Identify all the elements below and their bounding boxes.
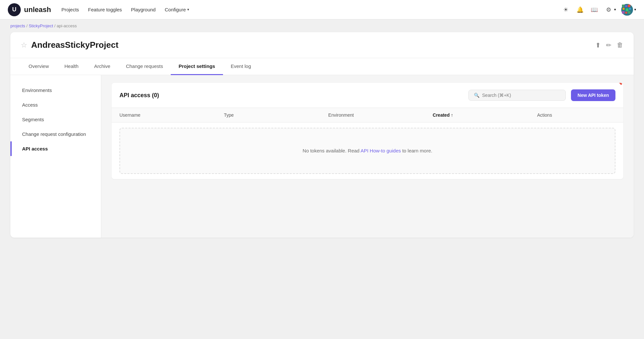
chevron-down-icon: ▾ (634, 7, 636, 12)
avatar (621, 4, 633, 16)
tab-project-settings[interactable]: Project settings (171, 58, 223, 75)
export-icon[interactable]: ⬆ (595, 41, 601, 49)
col-environment[interactable]: Environment (328, 112, 433, 118)
delete-icon[interactable]: 🗑 (617, 41, 623, 49)
svg-rect-2 (625, 5, 627, 7)
top-navigation: U unleash Projects Feature toggles Playg… (0, 0, 644, 20)
chevron-down-icon: ▾ (187, 7, 189, 12)
nav-feature-toggles[interactable]: Feature toggles (88, 7, 122, 12)
project-card: ☆ AndreasStickyProject ⬆ ✏ 🗑 Overview He… (10, 32, 634, 238)
chevron-down-icon: ▾ (614, 7, 616, 12)
red-arrow-indicator (604, 83, 623, 89)
breadcrumb-current: api-access (56, 23, 77, 28)
user-menu[interactable]: ▾ (621, 4, 636, 16)
notifications-icon[interactable]: 🔔 (576, 5, 585, 14)
project-title: AndreasStickyProject (31, 40, 595, 50)
sidebar-item-access[interactable]: Access (10, 98, 101, 112)
settings-icon: ⚙ (604, 5, 613, 14)
svg-rect-8 (625, 12, 627, 14)
main-panel: API access (0) 🔍 New API token (101, 75, 634, 238)
star-icon[interactable]: ☆ (21, 41, 27, 49)
new-api-token-button[interactable]: New API token (571, 89, 615, 101)
api-access-panel: API access (0) 🔍 New API token (112, 83, 623, 179)
content-layout: Environments Access Segments Change requ… (10, 75, 634, 238)
project-header: ☆ AndreasStickyProject ⬆ ✏ 🗑 (10, 32, 634, 58)
settings-menu[interactable]: ⚙ ▾ (604, 5, 616, 14)
app-name: unleash (24, 6, 51, 14)
project-actions: ⬆ ✏ 🗑 (595, 41, 623, 49)
svg-rect-3 (628, 5, 630, 7)
app-logo[interactable]: U unleash (8, 3, 51, 16)
svg-rect-5 (626, 8, 628, 11)
tab-overview[interactable]: Overview (21, 58, 57, 75)
nav-configure[interactable]: Configure ▾ (165, 7, 189, 12)
settings-sidebar: Environments Access Segments Change requ… (10, 75, 101, 238)
tab-change-requests[interactable]: Change requests (118, 58, 171, 75)
svg-rect-4 (623, 8, 625, 10)
api-access-title: API access (0) (119, 92, 463, 99)
sidebar-item-environments[interactable]: Environments (10, 83, 101, 98)
empty-state: No tokens available. Read API How-to gui… (119, 128, 615, 174)
nav-links: Projects Feature toggles Playground Conf… (61, 7, 551, 12)
search-input[interactable] (482, 93, 560, 98)
table-header: Username Type Environment Created ↑ Acti… (112, 108, 623, 123)
tab-event-log[interactable]: Event log (223, 58, 259, 75)
col-created[interactable]: Created ↑ (433, 112, 537, 118)
project-tabs: Overview Health Archive Change requests … (10, 58, 634, 75)
svg-rect-1 (622, 5, 625, 7)
main-container: ☆ AndreasStickyProject ⬆ ✏ 🗑 Overview He… (0, 32, 644, 248)
nav-projects[interactable]: Projects (61, 7, 79, 12)
breadcrumb-projects[interactable]: projects (10, 23, 25, 28)
svg-rect-9 (628, 11, 630, 14)
col-type[interactable]: Type (224, 112, 328, 118)
sidebar-item-segments[interactable]: Segments (10, 112, 101, 127)
tab-health[interactable]: Health (57, 58, 86, 75)
topnav-actions: ☀ 🔔 📖 ⚙ ▾ ▾ (561, 4, 636, 16)
sidebar-item-change-request-config[interactable]: Change request configuration (10, 127, 101, 141)
api-howto-link[interactable]: API How-to guides (361, 148, 401, 153)
sidebar-item-api-access[interactable]: API access (10, 141, 101, 156)
api-panel-header: API access (0) 🔍 New API token (112, 83, 623, 108)
svg-line-11 (607, 83, 622, 85)
edit-icon[interactable]: ✏ (606, 41, 612, 49)
breadcrumb-sticky-project[interactable]: StickyProject (29, 23, 53, 28)
tab-archive[interactable]: Archive (86, 58, 118, 75)
svg-rect-7 (622, 11, 625, 14)
col-username[interactable]: Username (119, 112, 224, 118)
breadcrumb: projects / StickyProject / api-access (0, 20, 644, 32)
logo-icon: U (8, 3, 21, 16)
theme-toggle-icon[interactable]: ☀ (561, 5, 570, 14)
svg-rect-6 (629, 8, 631, 10)
search-icon: 🔍 (474, 93, 479, 98)
nav-playground[interactable]: Playground (131, 7, 156, 12)
search-box[interactable]: 🔍 (468, 90, 566, 101)
col-actions[interactable]: Actions (537, 112, 615, 118)
empty-state-text: No tokens available. Read API How-to gui… (303, 148, 432, 153)
docs-icon[interactable]: 📖 (590, 5, 599, 14)
